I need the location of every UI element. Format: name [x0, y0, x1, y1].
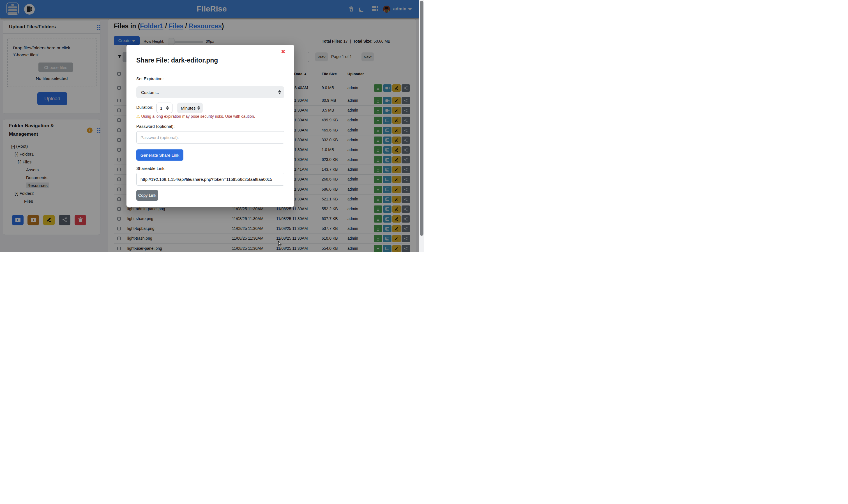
shareable-link-label: Shareable Link: — [136, 166, 165, 171]
expiration-warning: ⚠Using a long expiration may pose securi… — [136, 114, 255, 119]
duration-unit-select[interactable]: Minutes — [177, 103, 203, 113]
close-icon[interactable]: ✖ — [280, 48, 287, 55]
mouse-cursor — [278, 241, 282, 247]
warning-icon: ⚠ — [136, 114, 140, 119]
scrollbar-track[interactable] — [419, 0, 424, 252]
stepper-arrows-icon — [166, 106, 169, 110]
password-label: Password (optional): — [136, 124, 175, 129]
duration-input[interactable]: 1 — [157, 103, 173, 113]
select-arrows-icon — [197, 106, 200, 110]
password-input[interactable] — [136, 131, 284, 144]
select-arrows-icon — [278, 90, 281, 94]
expiration-select[interactable]: Custom... — [136, 86, 284, 98]
copy-link-button[interactable]: Copy Link — [136, 190, 158, 201]
filerise-app: FileRise admin Upload Files/Folders Drop… — [0, 0, 424, 252]
expiration-label: Set Expiration: — [136, 76, 164, 81]
duration-label: Duration: — [136, 105, 153, 110]
generate-share-link-button[interactable]: Generate Share Link — [136, 149, 183, 161]
scrollbar-thumb[interactable] — [420, 1, 423, 236]
share-link-input[interactable] — [136, 173, 284, 185]
modal-title: Share File: dark-editor.png — [136, 57, 218, 64]
